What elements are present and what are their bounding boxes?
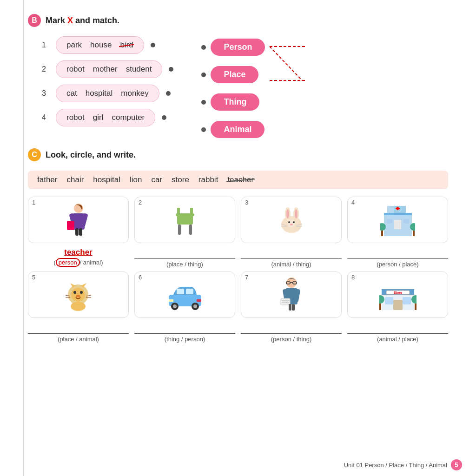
match-row-3: 3 cat hospital monkey: [42, 85, 173, 102]
dot-answer-place: [201, 73, 206, 77]
section-c-instruction: Look, circle, and write.: [46, 150, 136, 160]
svg-rect-13: [178, 225, 181, 235]
answer-line-6[interactable]: [134, 323, 235, 334]
svg-rect-74: [292, 304, 295, 311]
car-image: [166, 278, 204, 311]
word-box-2: robot mother student: [56, 60, 162, 78]
svg-rect-55: [177, 289, 184, 294]
images-grid-bottom: 5: [28, 271, 448, 318]
svg-rect-81: [393, 300, 403, 310]
answer-line-7[interactable]: [241, 323, 342, 334]
match-row-2: 2 robot mother student: [42, 60, 173, 78]
answer-area-top: teacher (person/ animal) (place / thing)…: [28, 248, 448, 268]
answer-place: Place: [201, 66, 265, 83]
svg-point-23: [293, 221, 295, 223]
crossed-word-teacher: teacher: [227, 175, 254, 185]
word-box-3: cat hospital monkey: [56, 85, 159, 102]
hospital-image: [380, 201, 415, 238]
answer-line-3[interactable]: [241, 248, 342, 259]
dot-row-1: [151, 43, 155, 47]
dot-answer-person: [201, 45, 206, 50]
footer: Unit 01 Person / Place / Thing / Animal …: [344, 459, 462, 470]
answer-cell-4: (person / place): [347, 248, 448, 268]
teacher-image: [62, 201, 95, 238]
svg-point-60: [193, 304, 197, 308]
svg-rect-35: [403, 219, 409, 224]
word-bank: father chair hospital lion car store rab…: [28, 171, 448, 189]
answer-box-thing: Thing: [211, 93, 259, 111]
svg-rect-56: [186, 289, 193, 294]
svg-rect-73: [289, 304, 291, 311]
answer-area-bottom: (place / animal) (thing / person) (perso…: [28, 323, 448, 343]
answer-line-8[interactable]: [347, 323, 448, 334]
svg-rect-14: [189, 225, 192, 235]
svg-point-19: [286, 209, 289, 218]
dot-answer-thing: [201, 100, 206, 105]
answer-cell-8: (animal / place): [347, 323, 448, 343]
image-cell-3: 3: [241, 197, 342, 243]
circled-answer-1: person: [56, 258, 80, 267]
section-c-label: C: [28, 148, 41, 161]
svg-rect-70: [281, 298, 290, 305]
image-cell-8: 8 Store: [347, 271, 448, 318]
svg-rect-79: [385, 297, 393, 304]
hint-7: (person / thing): [271, 336, 311, 343]
dot-row-2: [169, 67, 173, 72]
hint-2: (place / thing): [166, 261, 203, 268]
answer-cell-7: (person / thing): [241, 323, 342, 343]
svg-rect-61: [169, 299, 173, 302]
answer-line-5[interactable]: [28, 323, 129, 334]
answer-thing: Thing: [201, 93, 265, 111]
dot-row-3: [166, 91, 171, 96]
svg-point-53: [71, 302, 86, 311]
answer-cell-6: (thing / person): [134, 323, 235, 343]
written-answer-1: teacher: [64, 248, 92, 257]
answer-cell-1: teacher (person/ animal): [28, 248, 129, 268]
svg-rect-62: [197, 299, 201, 302]
answer-line-4[interactable]: [347, 248, 448, 259]
crossed-word-bird: bird: [120, 40, 133, 50]
svg-text:Store: Store: [394, 291, 402, 294]
image-cell-4: 4: [347, 197, 448, 243]
svg-point-22: [288, 221, 290, 223]
hint-6: (thing / person): [165, 336, 205, 343]
svg-point-45: [80, 291, 83, 294]
answer-line-2[interactable]: [134, 248, 235, 259]
svg-point-44: [73, 291, 76, 294]
match-left-column: 1 park house bird 2 robot mother student: [42, 36, 173, 128]
answer-animal: Animal: [201, 121, 265, 138]
svg-rect-10: [177, 215, 193, 225]
svg-point-58: [173, 304, 177, 308]
svg-rect-9: [67, 221, 74, 230]
page-number: 5: [451, 459, 462, 470]
chair-image: [169, 201, 201, 238]
section-b: B Mark X and match. 1 park house bird: [28, 14, 448, 138]
svg-rect-34: [387, 219, 392, 224]
answer-box-person: Person: [211, 39, 265, 56]
section-b-instruction: Mark X and match.: [46, 16, 119, 26]
answer-cell-3: (animal / thing): [241, 248, 342, 268]
hint-3: (animal / thing): [271, 261, 311, 268]
image-cell-7: 7: [241, 271, 342, 318]
dot-answer-animal: [201, 127, 206, 132]
section-b-label: B: [28, 14, 41, 27]
svg-rect-7: [75, 228, 79, 236]
match-row-4: 4 robot girl computer: [42, 109, 173, 126]
images-grid-top: 1 2: [28, 197, 448, 243]
svg-rect-33: [394, 220, 401, 229]
rabbit-image: [273, 204, 310, 236]
hint-8: (animal / place): [377, 336, 418, 343]
hint-5: (place / animal): [58, 336, 99, 343]
lion-image: [61, 278, 96, 312]
image-cell-6: 6: [134, 271, 235, 318]
answer-cell-5: (place / animal): [28, 323, 129, 343]
answer-person: Person: [201, 39, 265, 56]
answer-box-place: Place: [211, 66, 258, 83]
father-image: [275, 276, 308, 313]
footer-text: Unit 01 Person / Place / Thing / Animal: [344, 462, 447, 469]
image-cell-2: 2: [134, 197, 235, 243]
svg-line-2: [270, 46, 302, 80]
match-row-1: 1 park house bird: [42, 36, 173, 54]
svg-rect-32: [384, 213, 412, 215]
hint-4: (person / place): [377, 261, 418, 268]
